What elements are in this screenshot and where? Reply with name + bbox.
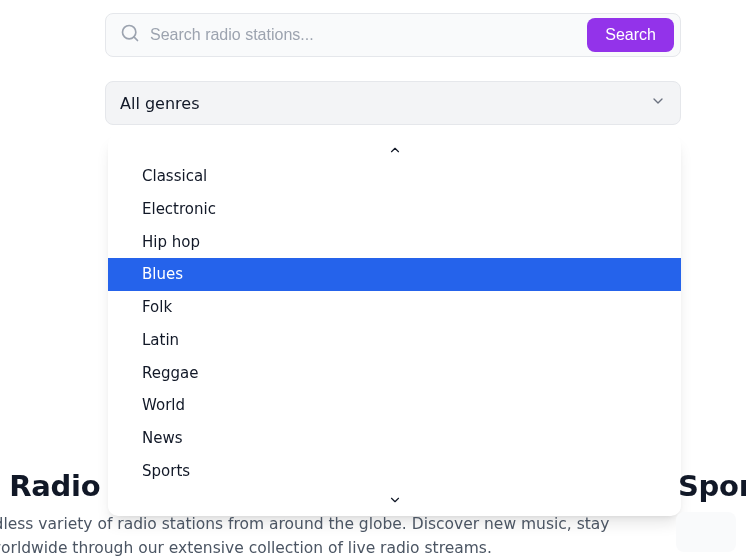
genre-option[interactable]: World <box>108 389 681 422</box>
promo-heading-left: bal Radio <box>0 469 100 503</box>
genre-option[interactable]: Sports <box>108 455 681 488</box>
scroll-down-button[interactable] <box>108 490 681 510</box>
scroll-up-button[interactable] <box>108 140 681 160</box>
genre-option[interactable]: Hip hop <box>108 226 681 259</box>
genre-option[interactable]: News <box>108 422 681 455</box>
genre-option[interactable]: Folk <box>108 291 681 324</box>
genre-combobox[interactable]: All genres <box>105 81 681 125</box>
chevron-down-icon <box>650 93 666 113</box>
genre-option[interactable]: Latin <box>108 324 681 357</box>
search-bar: Search <box>105 13 681 57</box>
genre-dropdown: ClassicalElectronicHip hopBluesFolkLatin… <box>108 134 681 516</box>
genre-option[interactable]: Reggae <box>108 357 681 390</box>
search-button[interactable]: Search <box>587 18 674 52</box>
genre-option[interactable]: Blues <box>108 258 681 291</box>
genre-option[interactable]: Electronic <box>108 193 681 226</box>
search-icon <box>120 23 140 47</box>
search-input[interactable] <box>140 26 587 44</box>
promo-body: an endless variety of radio stations fro… <box>0 512 630 558</box>
promo-heading-right: Sponso <box>678 469 746 503</box>
genre-option[interactable]: Classical <box>108 160 681 193</box>
sponsor-placeholder <box>676 512 736 552</box>
genre-options: ClassicalElectronicHip hopBluesFolkLatin… <box>108 160 681 490</box>
genre-combobox-value: All genres <box>120 94 199 113</box>
